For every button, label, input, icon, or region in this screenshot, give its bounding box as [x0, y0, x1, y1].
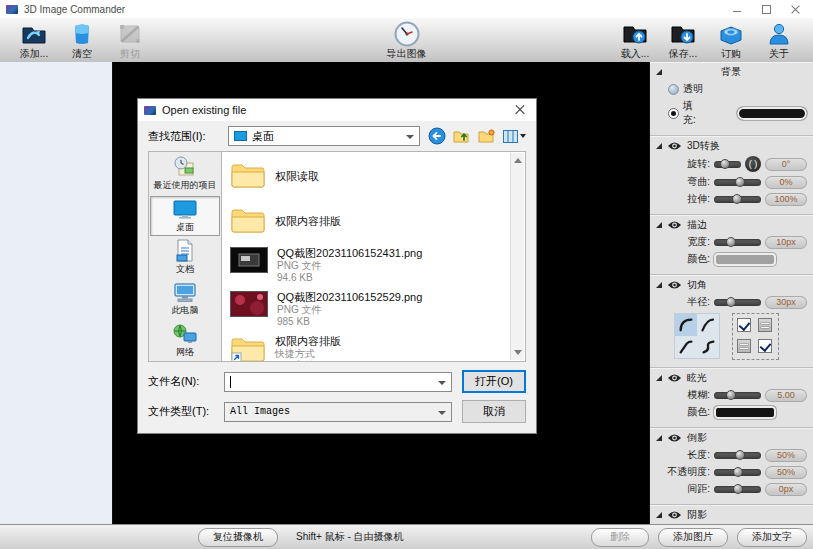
place-desktop[interactable]: 桌面 — [150, 196, 220, 237]
collapse-triangle-icon[interactable] — [656, 282, 662, 288]
file-row[interactable]: 权限内容排版 快捷方式 797 字节 — [230, 335, 507, 362]
place-network[interactable]: 网络 — [150, 320, 220, 361]
slider-thumb[interactable] — [732, 194, 742, 204]
visibility-eye-icon[interactable] — [667, 280, 682, 290]
rotate-slider[interactable] — [714, 161, 741, 168]
visibility-eye-icon[interactable] — [667, 510, 682, 520]
stroke-width-slider[interactable] — [714, 239, 761, 246]
open-button[interactable]: 打开(O) — [462, 370, 526, 393]
corner-topleft-checkbox[interactable] — [737, 318, 751, 332]
file-list: 权限读取 权限内容排版 QQ截图20231106152431.png PNG 文… — [222, 151, 526, 362]
scroll-down-icon[interactable] — [514, 350, 522, 355]
bottom-bar: 复位摄像机 Shift+ 鼠标 - 自由摄像机 删除 添加图片 添加文字 — [0, 524, 813, 549]
add-button[interactable]: 添加... — [10, 20, 58, 61]
visibility-eye-icon[interactable] — [667, 433, 682, 443]
back-button[interactable] — [428, 127, 446, 145]
clear-button[interactable]: 清空 — [58, 20, 106, 61]
corner-radius-value: 30px — [765, 296, 807, 309]
add-image-button[interactable]: 添加图片 — [658, 528, 728, 547]
place-documents[interactable]: 文档 — [150, 237, 220, 278]
collapse-triangle-icon[interactable] — [656, 143, 662, 149]
stroke-section: 描边 宽度: 10px 颜色: — [650, 215, 813, 275]
file-row[interactable]: 权限读取 — [230, 157, 507, 195]
reset-camera-button[interactable]: 复位摄像机 — [198, 528, 278, 547]
bend-slider[interactable] — [714, 179, 761, 186]
add-text-button[interactable]: 添加文字 — [737, 528, 807, 547]
minimize-button[interactable] — [732, 4, 743, 15]
file-row[interactable]: QQ截图20231106152529.png PNG 文件 985 KB — [230, 291, 507, 328]
cut-button[interactable]: 剪切 — [106, 20, 154, 61]
stroke-title: 描边 — [687, 218, 707, 232]
maximize-button[interactable] — [761, 4, 772, 15]
place-this-pc[interactable]: 此电脑 — [150, 279, 220, 320]
up-level-button[interactable] — [453, 129, 471, 144]
slider-thumb[interactable] — [726, 237, 736, 247]
slider-thumb[interactable] — [733, 467, 743, 477]
glare-blur-label: 模糊: — [654, 388, 710, 402]
stroke-color-swatch[interactable] — [714, 253, 776, 266]
filename-input[interactable] — [224, 372, 452, 392]
filetype-combobox[interactable]: All Images — [224, 402, 452, 422]
look-in-combobox[interactable]: 桌面 — [228, 126, 420, 146]
scroll-up-icon[interactable] — [514, 158, 522, 163]
file-size: 797 字节 — [275, 360, 341, 362]
folder-icon — [230, 206, 266, 236]
visibility-eye-icon[interactable] — [667, 373, 682, 383]
fill-color-swatch[interactable] — [737, 107, 807, 120]
file-row[interactable]: 权限内容排版 — [230, 202, 507, 240]
collapse-triangle-icon[interactable] — [656, 69, 662, 75]
order-button[interactable]: 订购 — [707, 20, 755, 61]
glare-blur-slider[interactable] — [714, 392, 761, 399]
documents-icon — [175, 239, 195, 262]
slider-thumb[interactable] — [726, 297, 736, 307]
dialog-close-icon[interactable] — [514, 104, 526, 116]
person-icon — [768, 20, 790, 47]
close-button[interactable] — [790, 4, 801, 15]
collapse-triangle-icon[interactable] — [656, 222, 662, 228]
corner-style-bevel[interactable] — [675, 336, 697, 358]
delete-button[interactable]: 删除 — [591, 528, 649, 547]
rotate-label: 旋转: — [654, 157, 710, 171]
slider-thumb[interactable] — [735, 177, 745, 187]
visibility-eye-icon[interactable] — [667, 220, 682, 230]
background-title: 背景 — [667, 65, 795, 79]
layers-panel — [0, 62, 113, 525]
file-list-scrollbar[interactable] — [510, 153, 524, 360]
export-image-button[interactable]: 导出图像 — [372, 20, 442, 61]
slider-thumb[interactable] — [726, 390, 736, 400]
collapse-triangle-icon[interactable] — [656, 435, 662, 441]
stretch-slider[interactable] — [714, 196, 761, 203]
place-recent[interactable]: 最近使用的项目 — [150, 154, 220, 195]
views-menu-button[interactable] — [503, 130, 526, 143]
collapse-triangle-icon[interactable] — [656, 512, 662, 518]
glare-color-label: 颜色: — [654, 405, 710, 419]
new-folder-button[interactable] — [478, 129, 496, 144]
file-name: 权限内容排版 — [275, 215, 341, 228]
rotate-cycle-button[interactable]: ( ) — [745, 156, 761, 172]
image-thumbnail-dark — [230, 247, 268, 284]
glare-color-swatch[interactable] — [714, 406, 776, 419]
slider-thumb[interactable] — [735, 450, 745, 460]
collapse-triangle-icon[interactable] — [656, 375, 662, 381]
transparent-radio[interactable] — [668, 84, 679, 95]
corner-bottomleft-checkbox[interactable] — [737, 339, 751, 353]
slider-thumb[interactable] — [733, 484, 743, 494]
corner-topright-checkbox[interactable] — [758, 318, 772, 332]
visibility-eye-icon[interactable] — [667, 141, 682, 151]
load-button[interactable]: 载入... — [611, 20, 659, 61]
about-button[interactable]: 关于 — [755, 20, 803, 61]
reflection-opacity-slider[interactable] — [714, 469, 761, 476]
fill-radio[interactable] — [668, 108, 679, 119]
corner-radius-slider[interactable] — [714, 299, 761, 306]
file-row[interactable]: QQ截图20231106152431.png PNG 文件 94.6 KB — [230, 247, 507, 284]
corner-bottomright-checkbox[interactable] — [758, 339, 772, 353]
corner-style-round[interactable] — [675, 314, 697, 336]
reflection-length-slider[interactable] — [714, 452, 761, 459]
reflection-length-value: 50% — [765, 449, 807, 462]
reflection-gap-slider[interactable] — [714, 486, 761, 493]
corner-style-scurve[interactable] — [697, 336, 719, 358]
cancel-button[interactable]: 取消 — [462, 400, 526, 423]
corner-style-slant[interactable] — [697, 314, 719, 336]
save-button[interactable]: 保存... — [659, 20, 707, 61]
slider-thumb[interactable] — [720, 159, 730, 169]
